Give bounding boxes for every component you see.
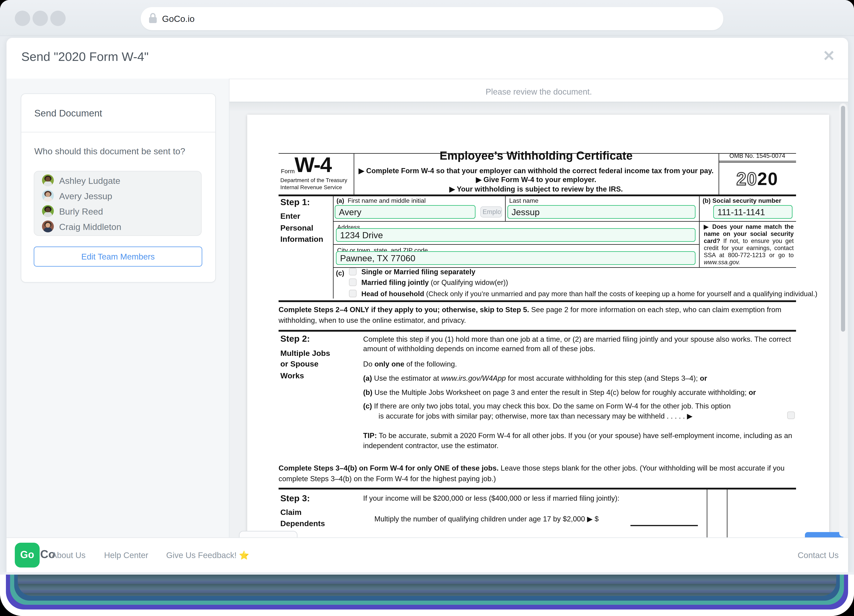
- form-rule: [333, 195, 334, 298]
- form-rule: [699, 195, 700, 267]
- steps34-note: Complete Steps 3–4(b) on Form W-4 for on…: [279, 464, 796, 484]
- list-item[interactable]: Craig Middleton: [34, 219, 201, 234]
- step2-do-line: Do only one of the following.: [363, 360, 457, 368]
- window-maximize-button[interactable]: [50, 11, 66, 26]
- avatar-head: [46, 192, 50, 197]
- step2-sub: or Spouse: [280, 359, 319, 370]
- step3-sub: Claim: [280, 507, 302, 518]
- step3-line: Multiply the number of qualifying childr…: [374, 515, 599, 523]
- treasury-label: Department of the Treasury Internal Reve…: [280, 177, 352, 191]
- list-item[interactable]: Ashley Ludgate: [34, 173, 201, 188]
- avatar: [42, 174, 54, 186]
- avatar: [42, 221, 54, 232]
- address-input[interactable]: 1234 Drive: [336, 228, 695, 242]
- filing-status-single: Single or Married filing separately: [361, 268, 475, 276]
- footer-link-about[interactable]: About Us: [52, 551, 85, 560]
- footer-link-help[interactable]: Help Center: [104, 551, 148, 560]
- step1-sub: Information: [280, 234, 323, 245]
- send-document-modal: Send "2020 Form W-4" ✕ Send Document Who…: [6, 38, 848, 572]
- married-jointly-checkbox[interactable]: [349, 278, 357, 286]
- avatar-head: [46, 207, 50, 212]
- step1-heading: Step 1:: [280, 197, 310, 207]
- form-word: Form: [281, 168, 295, 174]
- goco-logo[interactable]: Go: [15, 543, 40, 567]
- app-window: GoCo.io Send "2020 Form W-4" ✕ Send Docu…: [0, 0, 854, 616]
- form-rule: [727, 488, 727, 538]
- step3-sub: Dependents: [280, 519, 325, 529]
- c-label: (c): [336, 269, 344, 277]
- avatar-head: [46, 223, 50, 228]
- close-icon[interactable]: ✕: [823, 49, 835, 63]
- filing-status-married: Married filing jointly (or Qualifying wi…: [361, 278, 508, 287]
- member-name: Burly Reed: [59, 206, 103, 216]
- deco-layer-stripes: [18, 575, 836, 596]
- footer-link-contact[interactable]: Contact Us: [798, 551, 839, 560]
- omb-number: OMB No. 1545-0074: [723, 152, 791, 159]
- first-name-label: (a) First name and middle initial: [337, 197, 425, 204]
- amount-underline: [630, 525, 698, 526]
- screenshot-stage: GoCo.io Send "2020 Form W-4" ✕ Send Docu…: [0, 0, 854, 616]
- list-item[interactable]: Avery Jessup: [34, 188, 201, 203]
- edit-team-members-button[interactable]: Edit Team Members: [34, 246, 202, 267]
- step2-sub: Works: [280, 371, 304, 381]
- list-item[interactable]: Burly Reed: [34, 203, 201, 219]
- form-rule: [279, 488, 796, 489]
- review-instruction: Please review the document.: [229, 87, 848, 96]
- step2-sub: Multiple Jobs: [280, 348, 330, 359]
- scrollbar-thumb[interactable]: [841, 106, 845, 332]
- ssn-input[interactable]: 111-11-1141: [713, 205, 793, 219]
- last-name-label: Last name: [509, 197, 538, 204]
- form-rule: [279, 300, 796, 302]
- footer-link-feedback[interactable]: Give Us Feedback! ⭐: [166, 551, 249, 560]
- form-rule: [279, 195, 796, 196]
- step2-option-c-line2: is accurate for jobs with similar pay; o…: [378, 412, 692, 420]
- avatar-torso: [44, 228, 52, 232]
- employee-chip: Employ: [480, 206, 502, 218]
- head-of-household-checkbox[interactable]: [349, 290, 357, 297]
- recipient-question: Who should this document be sent to?: [34, 146, 185, 156]
- form-rule: [279, 330, 796, 332]
- avatar-head: [46, 177, 50, 181]
- form-rule: [718, 153, 719, 195]
- modal-title: Send "2020 Form W-4": [21, 50, 149, 64]
- modal-body: Send Document Who should this document b…: [6, 79, 848, 538]
- modal-header: Send "2020 Form W-4" ✕: [6, 38, 848, 79]
- member-name: Craig Middleton: [59, 222, 121, 231]
- step1-sub: Enter: [280, 211, 300, 222]
- sidebar: Send Document Who should this document b…: [6, 79, 229, 538]
- step2-tip: TIP: To be accurate, submit a 2020 Form …: [363, 431, 797, 450]
- ssa-note: ▶ Does your name match the name on your …: [704, 224, 794, 266]
- card-title: Send Document: [34, 108, 102, 119]
- last-name-input[interactable]: Jessup: [508, 205, 695, 219]
- url-text: GoCo.io: [162, 14, 195, 24]
- form-number: W-4: [294, 152, 331, 177]
- avatar: [42, 205, 54, 217]
- back-button-partial[interactable]: [239, 531, 297, 538]
- primary-button-partial[interactable]: [805, 532, 843, 538]
- first-name-input[interactable]: Avery: [335, 205, 476, 219]
- window-close-button[interactable]: [15, 11, 30, 26]
- form-rule: [333, 244, 699, 245]
- form-rule: [718, 161, 796, 163]
- step3-intro: If your income will be $200,000 or less …: [363, 494, 694, 502]
- avatar-torso: [44, 181, 52, 186]
- team-member-list: Ashley Ludgate Avery Jessup Burly Reed: [34, 171, 202, 236]
- avatar-torso: [44, 197, 52, 202]
- city-input[interactable]: Pawnee, TX 77060: [336, 251, 695, 265]
- step3-heading: Step 3:: [280, 493, 310, 503]
- card-divider: [21, 132, 215, 132]
- background-card-stack: [0, 572, 854, 616]
- document-preview-panel: Please review the document. Form W-4 Dep…: [229, 79, 848, 538]
- form-bullets: ▶ Complete Form W-4 so that your employe…: [354, 167, 718, 194]
- address-bar[interactable]: GoCo.io: [141, 7, 723, 30]
- form-title: Employee’s Withholding Certificate: [354, 149, 718, 163]
- step2-option-b: (b) Use the Multiple Jobs Worksheet on p…: [363, 388, 756, 397]
- window-minimize-button[interactable]: [32, 11, 48, 26]
- member-name: Avery Jessup: [59, 191, 112, 201]
- avatar: [42, 190, 54, 202]
- filing-status-hoh: Head of household (Check only if you’re …: [361, 290, 817, 298]
- form-rule: [333, 221, 796, 222]
- single-checkbox[interactable]: [349, 268, 357, 275]
- form-rule: [505, 195, 506, 221]
- two-jobs-checkbox[interactable]: [787, 411, 795, 419]
